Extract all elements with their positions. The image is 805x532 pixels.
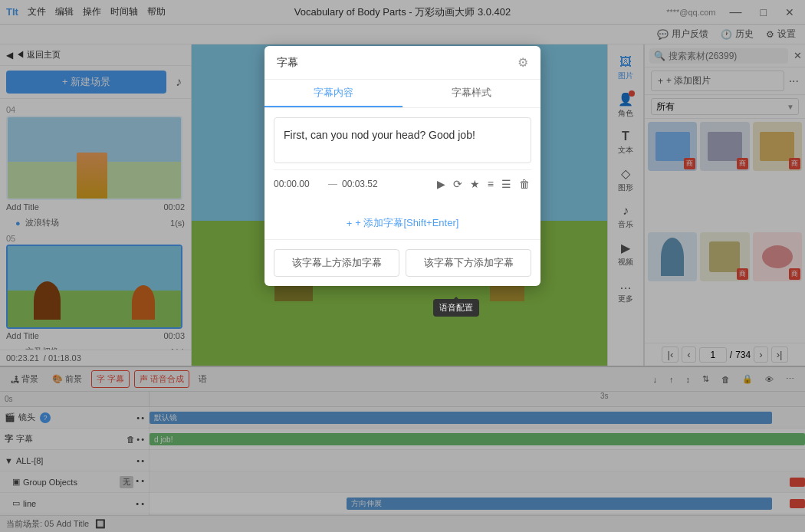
voice-config-tooltip: 语音配置: [433, 299, 479, 317]
play-btn[interactable]: ▶: [435, 176, 447, 192]
modal-settings-btn[interactable]: ⚙: [518, 55, 528, 70]
add-below-btn[interactable]: 该字幕下方添加字幕: [406, 249, 531, 277]
star-btn[interactable]: ★: [468, 176, 481, 192]
tooltip-arrow: [454, 294, 458, 299]
add-subtitle-section: + + 添加字幕[Shift+Enter]: [264, 204, 540, 236]
time-start-input[interactable]: [274, 179, 324, 189]
subtitle-time-row: — ▶ ⟳ ★ ≡ ☰ 🗑: [274, 169, 531, 195]
subtitle-modal: 字幕 ⚙ 字幕内容 字幕样式 First, can you nod your h…: [264, 46, 540, 286]
add-above-btn[interactable]: 该字幕上方添加字幕: [274, 249, 399, 277]
time-dash: —: [328, 179, 337, 189]
list-btn[interactable]: ☰: [500, 176, 513, 192]
tab-subtitle-content[interactable]: 字幕内容: [264, 80, 402, 107]
modal-tabs: 字幕内容 字幕样式: [264, 80, 540, 108]
modal-overlay: 字幕 ⚙ 字幕内容 字幕样式 First, can you nod your h…: [0, 0, 805, 532]
modal-footer: 该字幕上方添加字幕 该字幕下方添加字幕: [264, 239, 540, 286]
time-controls: ▶ ⟳ ★ ≡ ☰ 🗑: [435, 176, 531, 192]
modal-title: 字幕: [277, 56, 298, 70]
plus-icon: +: [347, 218, 353, 229]
subtitle-text-area[interactable]: First, can you nod your head? Good job!: [274, 117, 531, 163]
tab-subtitle-style[interactable]: 字幕样式: [402, 80, 540, 107]
align-btn[interactable]: ≡: [486, 176, 495, 192]
add-subtitle-btn[interactable]: + + 添加字幕[Shift+Enter]: [274, 210, 531, 236]
time-end-input[interactable]: [342, 179, 388, 189]
modal-body: First, can you nod your head? Good job! …: [264, 108, 540, 204]
loop-btn[interactable]: ⟳: [452, 176, 464, 192]
modal-header: 字幕 ⚙: [264, 46, 540, 80]
delete-btn[interactable]: 🗑: [518, 176, 531, 192]
